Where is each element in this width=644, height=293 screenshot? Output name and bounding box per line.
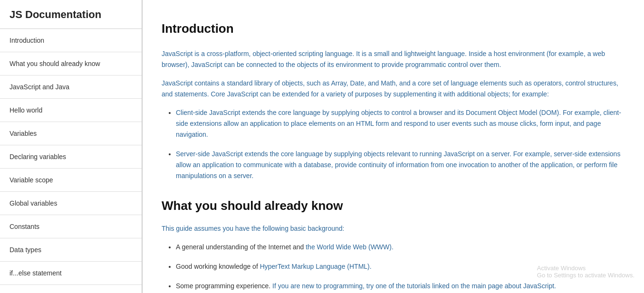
section1-para2-link-text: JavaScript contains a standard library o… — [162, 79, 618, 98]
nav-item-javascript-and-java[interactable]: JavaScript and Java — [0, 76, 142, 99]
sidebar: JS Documentation IntroductionWhat you sh… — [0, 0, 143, 293]
sidebar-title: JS Documentation — [0, 0, 142, 29]
nav-item-introduction[interactable]: Introduction — [0, 29, 142, 52]
section1-para1: JavaScript is a cross-platform, object-o… — [162, 48, 625, 70]
nav-item-constants[interactable]: Constants — [0, 215, 142, 238]
section1-bullet2: Server-side JavaScript extends the core … — [176, 149, 625, 181]
section1-bullets: Client-side JavaScript extends the core … — [176, 107, 625, 182]
nav-item-declaring-variables[interactable]: Declaring variables — [0, 145, 142, 169]
section2-intro: This guide assumes you have the followin… — [162, 223, 625, 234]
nav-item-data-types[interactable]: Data types — [0, 238, 142, 262]
nav-item-global-variables[interactable]: Global variables — [0, 192, 142, 215]
section1-para2: JavaScript contains a standard library o… — [162, 78, 625, 100]
nav-item-what-you-should-already-know[interactable]: What you should already know — [0, 52, 142, 76]
section2-bullet3: Some programming experience. If you are … — [176, 281, 625, 292]
nav-item-hello-world[interactable]: Hello world — [0, 99, 142, 122]
section2-title: What you should already know — [162, 196, 625, 216]
main-content: Introduction JavaScript is a cross-platf… — [143, 0, 644, 293]
nav-item-if...else-statement[interactable]: if...else statement — [0, 262, 142, 285]
section1-para1-link-text: JavaScript is a cross-platform, object-o… — [162, 50, 605, 68]
section2-bullet1: A general understanding of the Internet … — [176, 242, 625, 253]
nav-item-variable-scope[interactable]: Variable scope — [0, 169, 142, 192]
section2-bullet2: Good working knowledge of HyperText Mark… — [176, 261, 625, 272]
nav-item-variables[interactable]: Variables — [0, 122, 142, 145]
section2-bullets: A general understanding of the Internet … — [176, 242, 625, 292]
section1-title: Introduction — [162, 19, 625, 39]
nav-list: IntroductionWhat you should already know… — [0, 29, 142, 293]
nav-item-while-statement[interactable]: while statement — [0, 285, 142, 293]
section1-bullet1: Client-side JavaScript extends the core … — [176, 107, 625, 140]
